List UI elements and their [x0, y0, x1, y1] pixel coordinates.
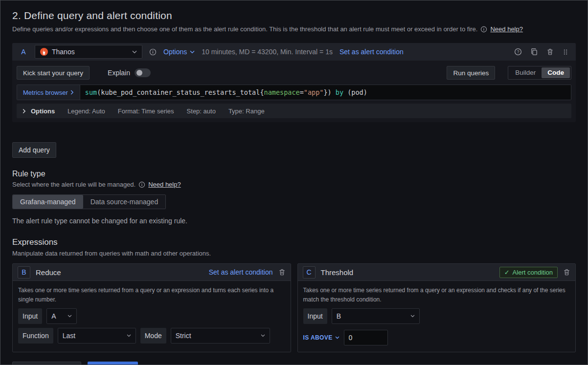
options-bar-label: Options: [31, 107, 55, 115]
expression-ref-id: C: [303, 266, 316, 279]
code-mode-button[interactable]: Code: [542, 67, 570, 78]
threshold-operator-select[interactable]: IS ABOVE: [303, 334, 339, 341]
expression-ref-id: B: [18, 266, 30, 279]
chevron-down-icon: [127, 334, 131, 337]
rule-type-section: Rule type Select where the alert rule wi…: [12, 170, 576, 225]
reduce-function-select[interactable]: Last: [58, 328, 136, 344]
page-subtitle: Define queries and/or expressions and th…: [12, 25, 576, 33]
set-alert-condition-link[interactable]: Set as alert condition: [209, 268, 273, 276]
expression-title: Threshold: [321, 268, 354, 277]
expression-cards: B Reduce Set as alert condition Takes on…: [12, 263, 576, 352]
query-editor-row: A Thanos Options 10 minutes, MD = 43200,…: [12, 43, 576, 122]
page-subtitle-text: Define queries and/or expressions and th…: [12, 25, 477, 33]
query-toolbar: Kick start your query Explain Run querie…: [17, 66, 571, 80]
reduce-input-value: A: [51, 312, 56, 320]
add-query-button[interactable]: Add query: [12, 142, 56, 158]
type-option: Type: Range: [228, 107, 265, 115]
threshold-card-header: C Threshold ✓ Alert condition: [298, 264, 576, 281]
chevron-right-icon: [23, 108, 26, 114]
trash-icon[interactable]: [546, 48, 554, 56]
set-alert-condition-link[interactable]: Set as alert condition: [339, 48, 404, 56]
chevron-down-icon: [68, 315, 72, 318]
threshold-value-input[interactable]: [344, 330, 388, 345]
svg-text:?: ?: [517, 49, 520, 54]
threshold-operator-label: IS ABOVE: [303, 334, 333, 341]
preview-button[interactable]: Preview: [88, 362, 138, 365]
info-circle-icon: [138, 181, 145, 188]
datasource-picker[interactable]: Thanos: [35, 45, 142, 59]
datasource-name: Thanos: [52, 48, 75, 56]
input-label: Input: [303, 308, 327, 324]
alert-rule-query-step: 2. Define query and alert condition Defi…: [0, 0, 588, 365]
query-header-actions: ?: [514, 48, 569, 56]
expression-description: Takes one or more time series returned f…: [303, 286, 570, 304]
expressions-subtitle: Manipulate data returned from queries wi…: [12, 250, 576, 257]
chevron-down-icon: [190, 50, 195, 54]
legend-option: Legend: Auto: [68, 107, 105, 115]
trash-icon[interactable]: [563, 268, 570, 276]
expressions-section: Expressions Manipulate data returned fro…: [12, 237, 576, 352]
reduce-function-value: Last: [63, 332, 75, 340]
alert-condition-badge: ✓ Alert condition: [499, 267, 558, 278]
duplicate-icon[interactable]: [530, 48, 538, 56]
datasource-managed-option[interactable]: Data source-managed: [83, 195, 166, 209]
add-expression-button[interactable]: Add expression: [12, 362, 81, 365]
query-options-toggle[interactable]: Options: [163, 48, 195, 56]
query-options-bar: Options Legend: Auto Format: Time series…: [17, 104, 571, 118]
reduce-mode-select[interactable]: Strict: [171, 328, 270, 344]
expression-description: Takes one or more time series returned f…: [18, 286, 285, 304]
chevron-down-icon: [410, 315, 415, 318]
explain-toggle[interactable]: [135, 68, 151, 77]
expression-title: Reduce: [36, 268, 61, 277]
metrics-browser-label: Metrics browser: [23, 89, 68, 96]
editor-mode-switch: Builder Code: [508, 66, 571, 80]
need-help-link[interactable]: Need help?: [490, 25, 523, 33]
threshold-input-select[interactable]: B: [332, 308, 420, 324]
reduce-expression-card: B Reduce Set as alert condition Takes on…: [12, 263, 291, 352]
query-ref-id: A: [19, 48, 28, 56]
query-editor-body: Kick start your query Explain Run querie…: [12, 61, 576, 122]
rule-type-subtitle: Select where the alert rule will be mana…: [12, 181, 576, 188]
mode-label: Mode: [140, 328, 166, 344]
metrics-browser-link[interactable]: Metrics browser: [17, 85, 80, 100]
info-circle-icon: [149, 48, 157, 56]
rule-type-subtitle-text: Select where the alert rule will be mana…: [12, 181, 136, 188]
kick-start-query-button[interactable]: Kick start your query: [17, 66, 90, 80]
query-options-collapse[interactable]: Options: [23, 107, 55, 115]
page-title: 2. Define query and alert condition: [12, 10, 576, 21]
expressions-title: Expressions: [12, 237, 576, 247]
chevron-down-icon: [261, 334, 265, 337]
explain-control: Explain: [108, 68, 151, 77]
format-option: Format: Time series: [118, 107, 174, 115]
builder-mode-button[interactable]: Builder: [509, 67, 542, 78]
step-option: Step: auto: [187, 107, 216, 115]
drag-handle-icon[interactable]: [562, 48, 569, 56]
help-circle-icon[interactable]: ?: [514, 48, 522, 56]
footer-actions: Add expression Preview: [12, 362, 576, 365]
rule-type-note: The alert rule type cannot be changed fo…: [12, 217, 576, 225]
explain-label: Explain: [108, 69, 130, 77]
rule-type-need-help-link[interactable]: Need help?: [148, 181, 181, 188]
query-meta-summary: 10 minutes, MD = 43200, Min. Interval = …: [202, 48, 333, 56]
check-icon: ✓: [504, 269, 510, 276]
alert-condition-badge-label: Alert condition: [513, 269, 553, 276]
threshold-expression-card: C Threshold ✓ Alert condition Takes one …: [297, 263, 576, 352]
chevron-right-icon: [70, 90, 74, 95]
reduce-input-select[interactable]: A: [46, 308, 77, 324]
grafana-managed-option[interactable]: Grafana-managed: [13, 195, 83, 209]
prometheus-icon: [40, 48, 48, 56]
toggle-knob: [136, 70, 142, 76]
promql-expression: sum(kube_pod_container_status_restarts_t…: [85, 88, 367, 96]
reduce-card-header: B Reduce Set as alert condition: [13, 264, 291, 281]
query-options-label: Options: [163, 48, 187, 56]
reduce-mode-value: Strict: [176, 332, 191, 340]
promql-code-input[interactable]: sum(kube_pod_container_status_restarts_t…: [80, 85, 571, 100]
chevron-down-icon: [335, 336, 339, 339]
function-label: Function: [18, 328, 53, 344]
chevron-down-icon: [132, 50, 137, 54]
promql-editor: Metrics browser sum(kube_pod_container_s…: [17, 85, 571, 100]
rule-type-title: Rule type: [12, 170, 576, 178]
trash-icon[interactable]: [278, 268, 286, 276]
threshold-input-value: B: [337, 312, 341, 320]
run-queries-button[interactable]: Run queries: [447, 66, 495, 80]
